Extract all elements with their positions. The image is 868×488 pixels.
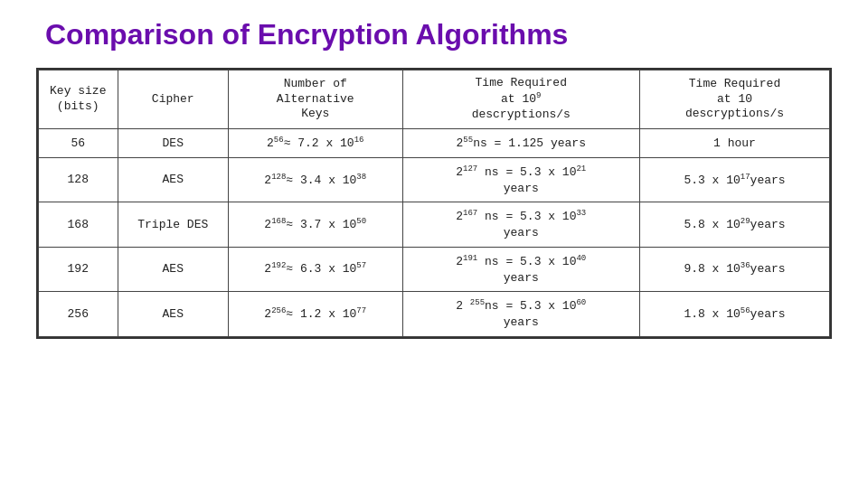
cell-keysize: 128 <box>39 157 118 202</box>
table-row: 56 DES 256≈ 7.2 x 1016 255ns = 1.125 yea… <box>39 129 830 158</box>
table-row: 128 AES 2128≈ 3.4 x 1038 2127 ns = 5.3 x… <box>39 157 830 202</box>
col-header-cipher: Cipher <box>118 70 229 129</box>
cell-time1: 255ns = 1.125 years <box>402 129 640 158</box>
cell-time2: 1 hour <box>640 129 830 158</box>
col-header-altkeys: Number ofAlternativeKeys <box>229 70 403 129</box>
cell-altkeys: 2128≈ 3.4 x 1038 <box>229 157 403 202</box>
cell-keysize: 256 <box>39 292 118 336</box>
cell-cipher: AES <box>118 292 229 336</box>
col-header-keysize: Key size(bits) <box>39 70 118 129</box>
cell-cipher: DES <box>118 129 229 158</box>
cell-time1: 2191 ns = 5.3 x 1040years <box>402 247 640 291</box>
cell-time2: 1.8 x 1056years <box>640 292 830 336</box>
cell-time2: 9.8 x 1036years <box>640 247 830 291</box>
cell-keysize: 168 <box>39 202 118 247</box>
cell-keysize: 192 <box>39 247 118 291</box>
cell-altkeys: 2256≈ 1.2 x 1077 <box>229 292 403 336</box>
table-row: 192 AES 2192≈ 6.3 x 1057 2191 ns = 5.3 x… <box>39 247 830 291</box>
col-header-time2: Time Requiredat 10descryptions/s <box>640 70 830 129</box>
page-title: Comparison of Encryption Algorithms <box>45 18 832 52</box>
col-header-time1: Time Requiredat 109descryptions/s <box>402 70 640 129</box>
cell-keysize: 56 <box>39 129 118 158</box>
cell-time1: 2 255ns = 5.3 x 1060years <box>402 292 640 336</box>
cell-altkeys: 2192≈ 6.3 x 1057 <box>229 247 403 291</box>
cell-cipher: AES <box>118 157 229 202</box>
cell-cipher: AES <box>118 247 229 291</box>
table-header-row: Key size(bits) Cipher Number ofAlternati… <box>39 70 830 129</box>
cell-altkeys: 256≈ 7.2 x 1016 <box>229 129 403 158</box>
table-row: 168 Triple DES 2168≈ 3.7 x 1050 2167 ns … <box>39 202 830 247</box>
cell-time2: 5.3 x 1017years <box>640 157 830 202</box>
cell-time1: 2167 ns = 5.3 x 1033years <box>402 202 640 247</box>
comparison-table: Key size(bits) Cipher Number ofAlternati… <box>36 68 832 339</box>
cell-time2: 5.8 x 1029years <box>640 202 830 247</box>
cell-time1: 2127 ns = 5.3 x 1021years <box>402 157 640 202</box>
cell-cipher: Triple DES <box>118 202 229 247</box>
cell-altkeys: 2168≈ 3.7 x 1050 <box>229 202 403 247</box>
table-row: 256 AES 2256≈ 1.2 x 1077 2 255ns = 5.3 x… <box>39 292 830 336</box>
